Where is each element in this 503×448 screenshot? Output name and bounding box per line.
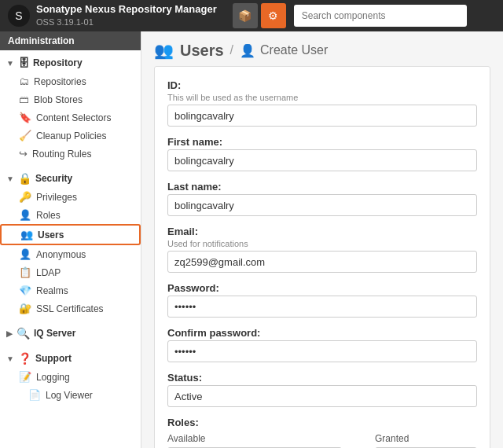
anonymous-icon: 👤 <box>19 248 31 260</box>
iq-arrow-icon: ▶ <box>6 329 13 338</box>
roles-icon: 👤 <box>19 209 31 221</box>
app-name: Sonatype Nexus Repository Manager <box>36 3 217 17</box>
sidebar: Administration ▼ 🗄 Repository 🗂 Reposito… <box>0 31 141 448</box>
sidebar-item-repositories[interactable]: 🗂 Repositories <box>0 72 141 90</box>
security-arrow-icon: ▼ <box>6 174 14 183</box>
sidebar-item-realms[interactable]: 💎 Realms <box>0 281 141 299</box>
email-input[interactable] <box>167 251 477 273</box>
privileges-icon: 🔑 <box>19 191 31 203</box>
app-version: OSS 3.19.1-01 <box>36 17 217 28</box>
sidebar-item-ssl-certificates[interactable]: 🔐 SSL Certificates <box>0 299 141 318</box>
sidebar-item-log-viewer[interactable]: 📄 Log Viewer <box>0 386 141 404</box>
logging-icon: 📝 <box>19 371 31 383</box>
sidebar-item-logging[interactable]: 📝 Logging <box>0 368 141 386</box>
roles-granted-col: Granted nx-admin <box>375 433 477 448</box>
sidebar-item-privileges[interactable]: 🔑 Privileges <box>0 188 141 206</box>
sidebar-item-routing-rules[interactable]: ↪ Routing Rules <box>0 145 141 163</box>
content-area: 👥 Users / 👤 Create User ID: This will be… <box>141 31 503 448</box>
users-icon: 👥 <box>20 229 33 241</box>
support-arrow-icon: ▼ <box>6 354 14 363</box>
sidebar-item-blob-stores[interactable]: 🗃 Blob Stores <box>0 90 141 108</box>
lastname-field: Last name: <box>167 181 477 216</box>
iq-group-label: IQ Server <box>34 328 75 339</box>
available-col-header: Available <box>167 433 342 444</box>
repository-group-icon: 🗄 <box>18 57 29 69</box>
sidebar-group-iq: ▶ 🔍 IQ Server <box>0 321 141 346</box>
sidebar-group-support: ▼ ❓ Support 📝 Logging 📄 Log Viewer <box>0 346 141 407</box>
sidebar-group-repository-header[interactable]: ▼ 🗄 Repository <box>0 53 141 72</box>
breadcrumb-sub-icon: 👤 <box>240 43 255 58</box>
log-viewer-icon: 📄 <box>28 389 41 401</box>
confirm-password-input[interactable] <box>167 340 477 362</box>
email-label: Email: <box>167 226 477 237</box>
ldap-icon: 📋 <box>19 266 31 278</box>
security-group-label: Security <box>35 173 72 184</box>
email-hint: Used for notifications <box>167 239 477 248</box>
routing-rules-icon: ↪ <box>19 148 28 160</box>
status-label: Status: <box>167 372 477 384</box>
ssl-icon: 🔐 <box>19 303 31 314</box>
breadcrumb-separator: / <box>230 43 233 57</box>
sidebar-group-security: ▼ 🔒 Security 🔑 Privileges 👤 Roles 👥 User… <box>0 166 141 321</box>
sidebar-item-users[interactable]: 👥 Users <box>0 224 141 245</box>
password-label: Password: <box>167 282 477 294</box>
confirm-password-label: Confirm password: <box>167 327 477 339</box>
roles-columns: Available ▼ nx-anonymous › ‹ <box>167 433 477 448</box>
password-input[interactable] <box>167 296 477 318</box>
settings-nav-button[interactable]: ⚙ <box>261 3 286 28</box>
status-input[interactable] <box>167 385 477 407</box>
breadcrumb-sub-title: Create User <box>260 43 328 57</box>
create-user-form: ID: This will be used as the username Fi… <box>154 66 490 448</box>
roles-arrow-col: › ‹ <box>350 433 367 448</box>
lastname-label: Last name: <box>167 181 477 193</box>
app-title: Sonatype Nexus Repository Manager OSS 3.… <box>36 3 217 28</box>
lastname-input[interactable] <box>167 194 477 216</box>
main-layout: Administration ▼ 🗄 Repository 🗂 Reposito… <box>0 31 503 448</box>
blob-stores-icon: 🗃 <box>19 94 29 105</box>
id-label: ID: <box>167 79 477 91</box>
breadcrumb: 👥 Users / 👤 Create User <box>141 31 503 66</box>
search-input[interactable] <box>294 5 467 27</box>
top-nav: 📦 ⚙ <box>233 3 286 28</box>
sidebar-group-repository: ▼ 🗄 Repository 🗂 Repositories 🗃 Blob Sto… <box>0 50 141 166</box>
breadcrumb-icon: 👥 <box>154 41 174 60</box>
breadcrumb-title: Users <box>180 42 224 60</box>
firstname-field: First name: <box>167 136 477 171</box>
roles-label: Roles: <box>167 417 477 428</box>
repository-group-label: Repository <box>33 57 83 68</box>
support-group-label: Support <box>35 353 72 364</box>
sidebar-group-iq-header[interactable]: ▶ 🔍 IQ Server <box>0 324 141 343</box>
granted-col-header: Granted <box>375 433 477 444</box>
sidebar-section-header: Administration <box>0 31 141 50</box>
cleanup-policies-icon: 🧹 <box>19 130 31 141</box>
password-field: Password: <box>167 282 477 318</box>
security-group-icon: 🔒 <box>18 172 31 185</box>
firstname-label: First name: <box>167 136 477 148</box>
firstname-input[interactable] <box>167 149 477 171</box>
sidebar-item-ldap[interactable]: 📋 LDAP <box>0 263 141 281</box>
sidebar-item-content-selectors[interactable]: 🔖 Content Selectors <box>0 108 141 127</box>
iq-group-icon: 🔍 <box>17 327 30 340</box>
logo-icon: S <box>8 5 30 27</box>
sidebar-group-security-header[interactable]: ▼ 🔒 Security <box>0 169 141 188</box>
support-group-icon: ❓ <box>18 352 31 365</box>
breadcrumb-sub: 👤 Create User <box>240 43 328 58</box>
repository-arrow-icon: ▼ <box>6 59 14 68</box>
repositories-icon: 🗂 <box>19 75 29 87</box>
email-field: Email: Used for notifications <box>167 226 477 273</box>
sidebar-item-anonymous[interactable]: 👤 Anonymous <box>0 245 141 263</box>
id-field: ID: This will be used as the username <box>167 79 477 127</box>
sidebar-item-cleanup-policies[interactable]: 🧹 Cleanup Policies <box>0 127 141 145</box>
confirm-password-field: Confirm password: <box>167 327 477 362</box>
topbar: S Sonatype Nexus Repository Manager OSS … <box>0 0 503 31</box>
id-input[interactable] <box>167 105 477 127</box>
id-hint: This will be used as the username <box>167 93 477 102</box>
sidebar-item-roles[interactable]: 👤 Roles <box>0 206 141 224</box>
roles-section: Roles: Available ▼ nx-anonymous <box>167 417 477 448</box>
status-field: Status: <box>167 372 477 407</box>
app-logo: S Sonatype Nexus Repository Manager OSS … <box>8 3 217 28</box>
sidebar-group-support-header[interactable]: ▼ ❓ Support <box>0 349 141 368</box>
content-selectors-icon: 🔖 <box>19 112 31 123</box>
realms-icon: 💎 <box>19 285 31 296</box>
packages-nav-button[interactable]: 📦 <box>233 3 258 28</box>
